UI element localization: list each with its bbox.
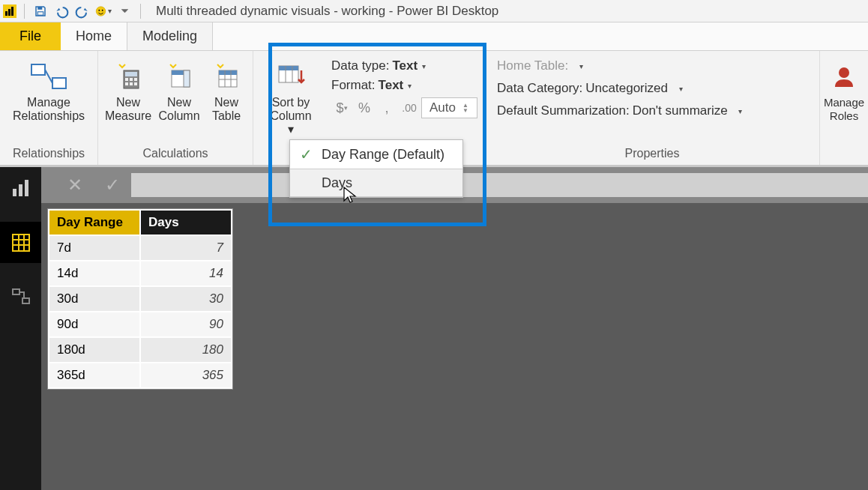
- svg-point-6: [96, 6, 106, 16]
- qat-divider-2: [140, 4, 141, 19]
- data-type-dropdown[interactable]: Data type: Text▾: [331, 58, 477, 73]
- comma-format-button[interactable]: ,: [376, 97, 397, 118]
- tab-home[interactable]: Home: [61, 22, 127, 50]
- data-type-value: Text: [393, 58, 418, 73]
- new-table-label: NewTable: [212, 96, 241, 123]
- svg-point-7: [98, 9, 100, 10]
- table-row[interactable]: 7d7: [49, 236, 231, 260]
- tab-file[interactable]: File: [0, 22, 61, 50]
- data-category-dropdown[interactable]: Data Category: Uncategorized ▾: [497, 81, 742, 96]
- svg-rect-10: [52, 78, 66, 88]
- new-column-label: NewColumn: [158, 96, 199, 123]
- format-value: Text: [379, 78, 404, 93]
- svg-rect-16: [125, 82, 128, 85]
- measure-icon: [115, 60, 142, 93]
- undo-button[interactable]: [53, 3, 70, 19]
- column-header-day-range[interactable]: Day Range: [49, 211, 139, 235]
- sort-option-label: Days: [322, 175, 352, 191]
- ribbon-tabs: File Home Modeling: [0, 22, 868, 51]
- ribbon-group-properties: Home Table: ▾ Data Category: Uncategoriz…: [485, 51, 820, 165]
- spinner-icon[interactable]: ▲▼: [462, 103, 469, 113]
- svg-rect-9: [31, 64, 45, 75]
- default-summarization-label: Default Summarization:: [497, 103, 630, 118]
- svg-rect-35: [13, 235, 29, 251]
- data-table: Day Range Days 7d7 14d14 30d30 90d90 180…: [47, 208, 233, 390]
- report-view-button[interactable]: [0, 167, 41, 208]
- ribbon-group-relationships: ManageRelationships Relationships: [0, 51, 98, 165]
- home-table-dropdown[interactable]: Home Table: ▾: [497, 58, 742, 73]
- sort-option-label: Day Range (Default): [322, 147, 444, 163]
- chevron-down-icon: ▾: [679, 85, 683, 93]
- table-row[interactable]: 30d30: [49, 287, 231, 311]
- column-header-days[interactable]: Days: [141, 211, 231, 235]
- svg-rect-34: [25, 180, 28, 196]
- new-measure-label: NewMeasure: [105, 96, 151, 123]
- svg-rect-17: [130, 82, 133, 85]
- title-bar: ▾ ⏷ Multi threaded dynamic visuals - wor…: [0, 0, 868, 22]
- svg-rect-2: [8, 9, 10, 16]
- chevron-down-icon: ▾: [738, 107, 742, 115]
- svg-rect-32: [13, 189, 16, 196]
- checkmark-icon: ✓: [290, 145, 322, 163]
- decimal-format-button[interactable]: .00: [399, 97, 420, 118]
- table-row[interactable]: 14d14: [49, 261, 231, 285]
- redo-button[interactable]: [74, 3, 91, 19]
- data-category-value: Uncategorized: [585, 81, 668, 96]
- sort-icon: [276, 60, 306, 93]
- svg-rect-21: [184, 70, 190, 87]
- ribbon-group-calculations: NewMeasure NewColumn NewTable Calculatio…: [98, 51, 253, 165]
- sort-by-column-label: Sort by Column▾: [261, 96, 321, 136]
- svg-rect-18: [134, 82, 137, 85]
- qat-customize-icon[interactable]: ⏷: [116, 3, 133, 19]
- svg-point-8: [102, 9, 103, 10]
- currency-format-button[interactable]: $▾: [331, 97, 352, 118]
- new-table-icon: [213, 60, 240, 93]
- manage-roles-button[interactable]: ManageRoles: [828, 55, 861, 123]
- view-rail: [0, 202, 41, 490]
- svg-rect-33: [19, 184, 22, 196]
- sort-by-column-button[interactable]: Sort by Column▾: [261, 55, 321, 136]
- sort-option-day-range[interactable]: ✓ Day Range (Default): [290, 140, 462, 169]
- window-title: Multi threaded dynamic visuals - working…: [156, 4, 498, 19]
- svg-rect-12: [125, 72, 137, 76]
- table-row[interactable]: 90d90: [49, 312, 231, 336]
- manage-relationships-button[interactable]: ManageRelationships: [7, 55, 90, 123]
- relationships-icon: [30, 60, 67, 93]
- svg-rect-23: [219, 70, 237, 75]
- new-measure-button[interactable]: NewMeasure: [106, 55, 151, 123]
- model-view-button[interactable]: [0, 276, 41, 318]
- svg-rect-4: [37, 7, 42, 10]
- svg-rect-14: [130, 78, 133, 81]
- qat-divider: [24, 4, 25, 19]
- default-summarization-dropdown[interactable]: Default Summarization: Don't summarize ▾: [497, 103, 742, 118]
- data-view-button[interactable]: [0, 222, 41, 263]
- save-button[interactable]: [32, 3, 49, 19]
- formula-input[interactable]: [131, 173, 868, 197]
- svg-rect-28: [279, 66, 298, 70]
- roles-icon: [832, 60, 856, 93]
- tab-modeling[interactable]: Modeling: [127, 22, 213, 50]
- data-category-label: Data Category:: [497, 81, 582, 96]
- sort-option-days[interactable]: Days: [290, 169, 462, 197]
- chevron-down-icon: ▾: [108, 7, 112, 15]
- table-row[interactable]: 365d365: [49, 363, 231, 387]
- smiley-icon[interactable]: ▾: [95, 3, 112, 19]
- format-dropdown[interactable]: Format: Text▾: [331, 78, 477, 93]
- default-summarization-value: Don't summarize: [633, 103, 728, 118]
- svg-rect-15: [134, 78, 137, 81]
- new-column-button[interactable]: NewColumn: [157, 55, 202, 123]
- percent-format-button[interactable]: %: [354, 97, 375, 118]
- new-column-icon: [166, 60, 193, 93]
- svg-rect-41: [22, 298, 29, 303]
- properties-group-label: Properties: [625, 144, 680, 165]
- formula-cancel-button[interactable]: ✕: [56, 167, 94, 203]
- format-label: Format:: [331, 78, 376, 93]
- new-table-button[interactable]: NewTable: [208, 55, 245, 123]
- svg-rect-5: [37, 11, 43, 15]
- formula-commit-button[interactable]: ✓: [94, 167, 131, 203]
- table-row[interactable]: 180d180: [49, 338, 231, 362]
- auto-decimal-input[interactable]: Auto ▲▼: [421, 97, 477, 118]
- relationships-group-label: Relationships: [13, 144, 85, 165]
- chevron-down-icon: ▾: [422, 62, 426, 70]
- manage-relationships-label: ManageRelationships: [13, 96, 85, 123]
